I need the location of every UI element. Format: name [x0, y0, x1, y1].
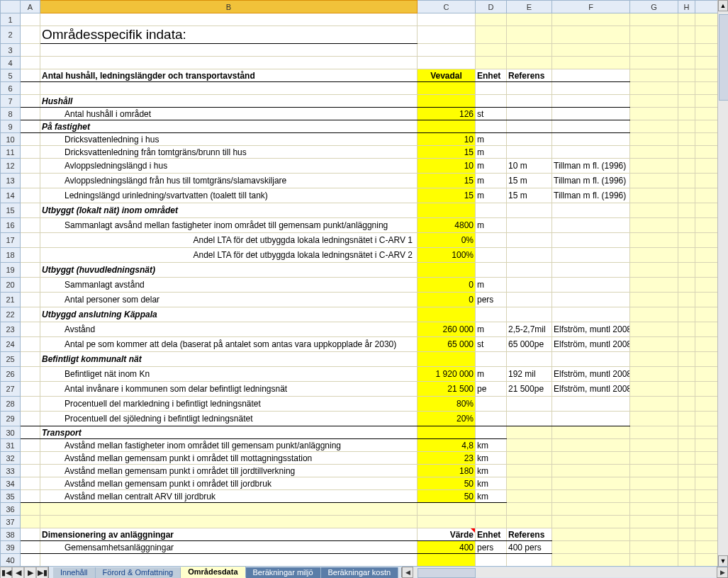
cell[interactable]: 15	[418, 188, 476, 203]
select-all-corner[interactable]	[1, 1, 21, 13]
cell[interactable]: 15	[418, 174, 476, 188]
comment-indicator-icon[interactable]	[471, 528, 475, 533]
cell[interactable]: 260 000	[418, 322, 476, 337]
scroll-left-button[interactable]: ◀	[402, 567, 413, 578]
row-header[interactable]: 28	[1, 397, 21, 412]
cell[interactable]: Andel LTA för det utbyggda lokala lednin…	[40, 248, 418, 263]
cell[interactable]: Procentuell del markledning i befintligt…	[40, 397, 418, 412]
cell[interactable]: 10	[418, 159, 476, 174]
tab-nav-last[interactable]: ▶▮	[36, 567, 48, 579]
row-header[interactable]: 20	[1, 278, 21, 293]
row-header[interactable]: 33	[1, 465, 21, 477]
cell[interactable]: km	[476, 477, 507, 490]
col-header-B[interactable]: B	[40, 1, 418, 13]
cell[interactable]: Tillman m fl. (1996)	[552, 159, 630, 174]
cell[interactable]: m	[476, 188, 507, 203]
cell[interactable]: 15 m	[507, 174, 552, 188]
cell[interactable]: Antal personer som delar	[40, 293, 418, 307]
row-header[interactable]: 26	[1, 367, 21, 382]
col-header-A[interactable]: A	[21, 1, 40, 13]
cell[interactable]: 1 920 000	[418, 367, 476, 382]
vertical-scrollbar[interactable]: ▲ ▼	[717, 0, 728, 567]
col-header-F[interactable]: F	[552, 1, 630, 13]
scroll-right-button[interactable]: ▶	[717, 567, 728, 578]
cell[interactable]: Dricksvattenledning från tomtgräns/brunn…	[40, 146, 418, 159]
col-header-G[interactable]: G	[630, 1, 678, 13]
tab-nav-first[interactable]: ▮◀	[0, 567, 12, 579]
col-header-H[interactable]: H	[678, 1, 695, 13]
cell[interactable]: 100%	[418, 248, 476, 263]
cell[interactable]: m	[476, 322, 507, 337]
row-header[interactable]: 23	[1, 322, 21, 337]
tab-forord[interactable]: Förord & Omfattning	[96, 567, 181, 578]
row-header[interactable]: 22	[1, 307, 21, 322]
cell[interactable]: Elfström, muntl 2008	[552, 337, 630, 352]
cell[interactable]: Antal invånare i kommunen som delar befi…	[40, 382, 418, 397]
cell[interactable]: m	[476, 133, 507, 146]
row-header[interactable]: 21	[1, 293, 21, 307]
cell[interactable]: 80%	[418, 397, 476, 412]
cell[interactable]: 0	[418, 278, 476, 293]
tab-nav-prev[interactable]: ◀	[12, 567, 24, 579]
cell[interactable]: pe	[476, 382, 507, 397]
row-header[interactable]: 39	[1, 541, 21, 554]
cell[interactable]: 15 m	[507, 188, 552, 203]
row-header[interactable]: 2	[1, 26, 21, 44]
row-header[interactable]: 12	[1, 159, 21, 174]
cell[interactable]: 0%	[418, 233, 476, 248]
row-header[interactable]: 36	[1, 503, 21, 516]
cell[interactable]: Elfström, muntl 2008	[552, 382, 630, 397]
cell[interactable]: 180	[418, 465, 476, 477]
cell[interactable]: km	[476, 439, 507, 452]
cell[interactable]: km	[476, 490, 507, 503]
cell[interactable]: km	[476, 452, 507, 465]
cell[interactable]: 65 000	[418, 337, 476, 352]
cell[interactable]: Gemensamhetsanläggningar	[40, 541, 418, 554]
vertical-scroll-thumb[interactable]	[719, 14, 728, 101]
cell[interactable]: Avstånd mellan fastigheter inom området …	[40, 439, 418, 452]
cell[interactable]: Tillman m fl. (1996)	[552, 174, 630, 188]
row-header[interactable]: 34	[1, 477, 21, 490]
cell[interactable]: m	[476, 278, 507, 293]
row-header[interactable]: 19	[1, 263, 21, 278]
row-header[interactable]: 18	[1, 248, 21, 263]
tab-omradesdata[interactable]: Områdesdata	[181, 567, 245, 578]
row-header[interactable]: 5	[1, 69, 21, 82]
cell[interactable]: Tillman m fl. (1996)	[552, 188, 630, 203]
cell[interactable]: 50	[418, 490, 476, 503]
row-header[interactable]: 24	[1, 337, 21, 352]
cell[interactable]: 0	[418, 293, 476, 307]
grid-area[interactable]: A B C D E F G H 1 2 Områdesspecifik inda…	[0, 0, 718, 567]
cell[interactable]: Antal pe som kommer att dela (baserat på…	[40, 337, 418, 352]
tab-innehall[interactable]: Innehåll	[53, 567, 96, 578]
cell[interactable]: st	[476, 108, 507, 120]
cell[interactable]: 4,8	[418, 439, 476, 452]
cell[interactable]: Avloppsledningslängd i hus	[40, 159, 418, 174]
cell[interactable]: 21 500pe	[507, 382, 552, 397]
row-header[interactable]: 38	[1, 528, 21, 541]
row-header[interactable]: 7	[1, 95, 21, 108]
cell[interactable]: Antal hushåll i området	[40, 108, 418, 120]
cell[interactable]: Elfström, muntl 2008	[552, 322, 630, 337]
cell[interactable]: m	[476, 218, 507, 233]
cell[interactable]: m	[476, 159, 507, 174]
row-header[interactable]: 13	[1, 174, 21, 188]
row-header[interactable]: 35	[1, 490, 21, 503]
cell[interactable]: pers	[476, 293, 507, 307]
row-header[interactable]: 27	[1, 382, 21, 397]
row-header[interactable]: 3	[1, 44, 21, 57]
cell[interactable]: m	[476, 174, 507, 188]
scroll-down-button[interactable]: ▼	[718, 555, 728, 567]
row-header[interactable]: 15	[1, 203, 21, 218]
cell[interactable]: m	[476, 146, 507, 159]
col-header-C[interactable]: C	[418, 1, 476, 13]
cell[interactable]: Avstånd mellan gemensam punkt i området …	[40, 452, 418, 465]
cell[interactable]: Sammanlagt avstånd	[40, 278, 418, 293]
cell[interactable]: Avstånd mellan gemensam punkt i området …	[40, 465, 418, 477]
row-header[interactable]: 25	[1, 352, 21, 367]
row-header[interactable]: 32	[1, 452, 21, 465]
tab-nav-next[interactable]: ▶	[24, 567, 36, 579]
cell[interactable]: Avstånd mellan gemensam punkt i området …	[40, 477, 418, 490]
cell[interactable]: m	[476, 367, 507, 382]
row-header[interactable]: 8	[1, 108, 21, 120]
